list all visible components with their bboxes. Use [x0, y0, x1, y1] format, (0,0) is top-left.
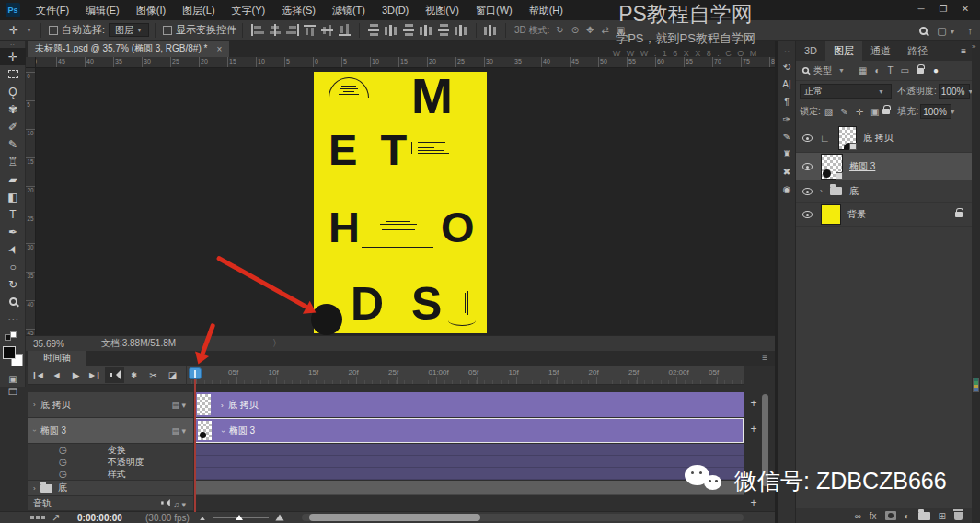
timeline-vertical-scrollbar[interactable]	[761, 392, 769, 495]
adjustment-icon[interactable]: ◐	[905, 511, 910, 521]
zoom-out-timeline-icon[interactable]	[200, 517, 205, 520]
filter-pixel-layers-icon[interactable]: ▦	[859, 65, 867, 76]
stopwatch-icon[interactable]: ◷	[59, 445, 67, 455]
layer-name[interactable]: 底	[849, 185, 859, 198]
ellipse-shape-tool-icon[interactable]: ○	[0, 258, 26, 275]
track-bar-di-kaobei[interactable]: ›底 拷贝	[195, 392, 744, 417]
collapsed-panel-icon[interactable]	[973, 378, 979, 392]
track-bar-tuoyuan-3-selected[interactable]: ›椭圆 3	[195, 418, 744, 443]
timeline-settings-gear-icon[interactable]: ✱	[124, 367, 144, 383]
menu-item[interactable]: 视图(V)	[417, 0, 467, 20]
layer-thumbnail[interactable]	[839, 127, 856, 149]
tab-layers[interactable]: 图层	[825, 41, 862, 61]
lock-all-icon[interactable]	[882, 109, 890, 114]
ruler-origin-corner[interactable]	[26, 57, 36, 68]
expand-group-icon[interactable]: ›	[33, 484, 36, 493]
brushes-panel-icon[interactable]: ✎	[778, 128, 796, 145]
layer-thumbnail-yellow[interactable]	[822, 205, 840, 224]
frame-view-toggle-icon[interactable]	[30, 516, 34, 519]
layer-name[interactable]: 椭圆 3	[849, 160, 875, 173]
close-document-icon[interactable]: ×	[216, 44, 222, 54]
align-left-edges-button[interactable]	[250, 24, 264, 36]
menu-item[interactable]: 图层(L)	[174, 0, 223, 20]
tab-paths[interactable]: 路径	[899, 41, 936, 61]
distribute-vertical-button[interactable]	[385, 24, 398, 36]
trash-icon[interactable]	[954, 512, 963, 520]
collapse-panels-icon[interactable]: ‥	[778, 41, 796, 58]
filter-type-label[interactable]: 类型	[813, 64, 832, 77]
panel-menu-icon[interactable]: ≡	[961, 46, 966, 56]
menu-item[interactable]: 图像(I)	[128, 0, 174, 20]
expand-track-icon[interactable]: ›	[221, 401, 224, 410]
previous-frame-button[interactable]: ◀	[47, 367, 66, 383]
blend-mode-select[interactable]: 正常▼	[800, 84, 892, 99]
property-row-transform[interactable]: ◷ 变换	[28, 444, 193, 456]
brush-settings-panel-icon[interactable]: ✑	[778, 110, 796, 128]
filter-search-icon[interactable]	[802, 67, 809, 74]
move-tool-icon[interactable]: ✛	[5, 21, 23, 39]
show-transform-checkbox[interactable]	[163, 26, 172, 35]
layer-row-di-kaobei[interactable]: ∟ 底 拷贝	[796, 123, 972, 153]
timeline-panel-menu-icon[interactable]: ≡	[762, 353, 767, 363]
status-expand-icon[interactable]: 〉	[272, 337, 282, 350]
timeline-tab[interactable]: 时间轴	[28, 351, 86, 366]
document-tab[interactable]: 未标题-1.psd @ 35.7% (椭圆 3, RGB/8#) * ×	[28, 41, 229, 57]
track-header-tuoyuan-3[interactable]: › 椭圆 3 ▤ ▾	[28, 418, 193, 443]
eraser-tool-icon[interactable]: ▰	[0, 170, 26, 188]
filter-caret-icon[interactable]: ▼	[838, 67, 845, 74]
visibility-eye-icon[interactable]	[802, 163, 813, 170]
auto-select-dropdown[interactable]: 图层▼	[109, 23, 149, 37]
clone-source-panel-icon[interactable]: ♜	[778, 145, 796, 163]
play-button[interactable]: ▶	[66, 367, 86, 383]
distribute-right-button[interactable]	[455, 24, 468, 36]
share-icon[interactable]: ↑	[968, 25, 974, 36]
layer-name[interactable]: 底 拷贝	[863, 132, 894, 145]
lock-artboard-icon[interactable]: ▣	[870, 107, 879, 117]
lock-image-pixels-icon[interactable]: ✎	[840, 107, 847, 117]
type-tool-icon[interactable]: T	[0, 205, 26, 223]
rotate-view-tool-icon[interactable]: ↻	[0, 275, 26, 293]
minimize-button[interactable]: ─	[910, 0, 932, 18]
workspace-switcher-icon[interactable]: ▢▼	[937, 25, 958, 37]
timeline-zoom-thumb[interactable]	[236, 515, 243, 520]
fx-icon[interactable]: fx	[870, 511, 877, 521]
3d-orbit-icon[interactable]: ↻	[556, 25, 563, 35]
tool-presets-panel-icon[interactable]: ✖	[778, 163, 796, 180]
toolbar-grip[interactable]: ‥	[0, 41, 25, 48]
character-panel-icon[interactable]: A|	[778, 76, 796, 93]
filter-shape-layers-icon[interactable]: ▭	[901, 65, 909, 76]
align-right-edges-button[interactable]	[285, 24, 299, 36]
align-bottom-edges-button[interactable]	[338, 24, 352, 36]
menu-item[interactable]: 帮助(H)	[521, 0, 571, 20]
auto-select-checkbox[interactable]	[49, 26, 58, 35]
poster-artwork[interactable]: M E T H O D S	[314, 72, 487, 333]
track-header-di-kaobei[interactable]: › 底 拷贝 ▤ ▾	[28, 392, 193, 417]
paragraph-panel-icon[interactable]: ¶	[778, 93, 796, 110]
search-icon[interactable]	[919, 27, 928, 35]
menu-item[interactable]: 编辑(E)	[77, 0, 128, 20]
move-tool-icon[interactable]: ✛	[0, 48, 26, 65]
layer-row-group-di[interactable]: › 底	[796, 180, 972, 203]
property-track[interactable]	[195, 468, 744, 480]
rectangular-marquee-tool-icon[interactable]	[0, 65, 26, 83]
new-layer-icon[interactable]: ⊞	[939, 511, 946, 521]
quick-selection-tool-icon[interactable]: ✾	[0, 100, 26, 118]
layer-row-background[interactable]: 背景	[796, 203, 972, 227]
visibility-eye-icon[interactable]	[802, 188, 813, 195]
layer-thumbnail[interactable]	[822, 155, 842, 179]
distribute-bottom-button[interactable]	[402, 24, 416, 36]
menu-item[interactable]: 滤镜(T)	[324, 0, 374, 20]
lock-transparent-pixels-icon[interactable]: ▨	[824, 107, 833, 117]
quick-mask-button[interactable]: ▣	[0, 374, 26, 384]
visibility-eye-icon[interactable]	[802, 211, 813, 218]
history-panel-icon[interactable]: ⟲	[778, 58, 796, 76]
gradient-tool-icon[interactable]: ◧	[0, 188, 26, 205]
restore-button[interactable]: ❐	[932, 0, 954, 18]
split-at-playhead-button[interactable]: ✂	[144, 367, 163, 383]
pen-tool-icon[interactable]: ✒	[0, 223, 26, 240]
property-row-style[interactable]: ◷ 样式	[28, 468, 193, 480]
transition-button[interactable]: ◪	[163, 367, 182, 383]
stopwatch-icon[interactable]: ◷	[59, 457, 67, 467]
clone-stamp-tool-icon[interactable]: ♖	[0, 153, 26, 170]
foreground-background-swatches[interactable]	[3, 346, 23, 366]
